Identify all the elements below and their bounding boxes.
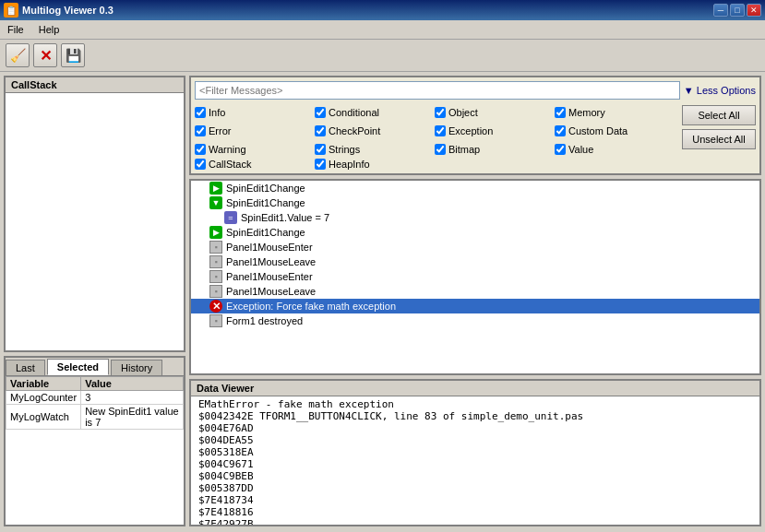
filter-input[interactable] [195, 81, 680, 100]
cb-bitmap[interactable] [435, 144, 446, 155]
menu-file[interactable]: File [4, 22, 28, 37]
label-cb-info: Info [209, 107, 225, 118]
log-icon: ▶ [209, 182, 222, 195]
log-icon: ▪ [209, 255, 222, 268]
log-icon: ▼ [209, 196, 222, 209]
cb-heapinfo[interactable] [315, 159, 326, 170]
log-item[interactable]: ▼SpinEdit1Change [191, 195, 759, 210]
select-all-button[interactable]: Select All [682, 105, 756, 125]
close-button[interactable]: ✕ [747, 4, 761, 17]
tab-last[interactable]: Last [6, 360, 45, 375]
checkbox-item-cb-memory: Memory [555, 103, 675, 122]
callstack-panel: CallStack [4, 76, 185, 352]
less-options-button[interactable]: ▼ Less Options [684, 85, 756, 96]
log-text: Panel1MouseLeave [226, 256, 316, 267]
filter-area: ▼ Less Options InfoConditionalObjectMemo… [189, 76, 761, 175]
checkbox-item-cb-strings: Strings [315, 140, 435, 159]
callstack-content [6, 93, 184, 350]
broom-button[interactable]: 🧹 [6, 43, 30, 67]
label-cb-memory: Memory [568, 107, 605, 118]
data-line: $004C9BEB [197, 470, 754, 482]
log-icon: = [224, 211, 237, 224]
cb-strings[interactable] [315, 144, 326, 155]
cb-exception[interactable] [435, 125, 446, 136]
log-icon: ✕ [209, 300, 222, 313]
label-cb-customdata: Custom Data [568, 125, 628, 136]
log-text: SpinEdit1Change [226, 227, 305, 238]
label-cb-exception: Exception [448, 125, 493, 136]
variable-name: MyLogCounter [6, 391, 81, 405]
col-value: Value [81, 377, 184, 391]
checkbox-item-cb-customdata: Custom Data [555, 122, 675, 140]
data-line: $7E418734 [197, 494, 754, 506]
log-item[interactable]: ▪Panel1MouseEnter [191, 240, 759, 254]
cb-conditional[interactable] [315, 107, 326, 118]
menu-help[interactable]: Help [35, 22, 64, 37]
main-container: CallStack Last Selected History Variable… [0, 72, 765, 530]
filter-top: ▼ Less Options [195, 81, 756, 100]
variable-value: 3 [81, 391, 184, 405]
unselect-all-button[interactable]: Unselect All [682, 129, 756, 149]
title-bar: 📋 Multilog Viewer 0.3 ─ □ ✕ [0, 0, 765, 20]
title-bar-controls: ─ □ ✕ [713, 4, 761, 17]
cb-callstack[interactable] [195, 159, 206, 170]
tabs-row: Last Selected History [6, 358, 184, 376]
checkbox-item-cb-warning: Warning [195, 140, 315, 159]
app-title: Multilog Viewer 0.3 [22, 5, 114, 16]
checkbox-item-cb-bitmap: Bitmap [435, 140, 555, 159]
right-panel: ▼ Less Options InfoConditionalObjectMemo… [189, 76, 761, 526]
data-line: $005387DD [197, 482, 754, 494]
data-viewer-header: Data Viewer [191, 381, 759, 396]
left-panel: CallStack Last Selected History Variable… [4, 76, 185, 526]
variable-name: MyLogWatch [6, 405, 81, 430]
label-cb-warning: Warning [209, 144, 246, 155]
log-item[interactable]: ▶SpinEdit1Change [191, 225, 759, 240]
log-text: Panel1MouseLeave [226, 286, 316, 297]
maximize-button[interactable]: □ [730, 4, 745, 17]
log-icon: ▪ [209, 285, 222, 298]
log-item[interactable]: ▪Panel1MouseLeave [191, 254, 759, 269]
cb-customdata[interactable] [555, 125, 566, 136]
log-icon: ▪ [209, 241, 222, 254]
title-bar-left: 📋 Multilog Viewer 0.3 [4, 3, 114, 18]
label-cb-heapinfo: HeapInfo [329, 159, 370, 170]
data-line: $004E76AD [197, 422, 754, 434]
data-line: $004C9671 [197, 458, 754, 470]
checkbox-item-cb-callstack: CallStack [195, 159, 315, 170]
cb-value[interactable] [555, 144, 566, 155]
stop-button[interactable]: ✕ [33, 43, 57, 67]
table-row: MyLogCounter3 [6, 391, 184, 405]
label-cb-strings: Strings [329, 144, 360, 155]
cb-warning[interactable] [195, 144, 206, 155]
cb-object[interactable] [435, 107, 446, 118]
data-viewer-content: EMathError - fake math exception $004234… [191, 396, 759, 525]
log-icon: ▶ [209, 226, 222, 239]
log-item[interactable]: ▪Form1 destroyed [191, 313, 759, 328]
save-button[interactable]: 💾 [61, 43, 85, 67]
label-cb-object: Object [448, 107, 478, 118]
log-panel[interactable]: ▶SpinEdit1Change▼SpinEdit1Change=SpinEdi… [189, 179, 761, 375]
log-item[interactable]: ✕Exception: Force fake math exception [191, 299, 759, 313]
data-line: $005318EA [197, 446, 754, 458]
cb-error[interactable] [195, 125, 206, 136]
checkbox-item-cb-object: Object [435, 103, 555, 122]
checkbox-item-cb-value: Value [555, 140, 675, 159]
log-text: Panel1MouseEnter [226, 242, 313, 253]
log-item[interactable]: =SpinEdit1.Value = 7 [191, 210, 759, 225]
log-item[interactable]: ▪Panel1MouseEnter [191, 269, 759, 284]
log-item[interactable]: ▶SpinEdit1Change [191, 181, 759, 195]
tab-selected[interactable]: Selected [47, 359, 109, 375]
cb-info[interactable] [195, 107, 206, 118]
cb-memory[interactable] [555, 107, 566, 118]
log-item[interactable]: ▪Panel1MouseLeave [191, 284, 759, 299]
log-text: SpinEdit1.Value = 7 [241, 212, 329, 223]
checkbox-item-cb-info: Info [195, 103, 315, 122]
tab-history[interactable]: History [111, 360, 162, 375]
menu-bar: File Help [0, 20, 765, 40]
label-cb-value: Value [568, 144, 593, 155]
cb-checkpoint[interactable] [315, 125, 326, 136]
table-row: MyLogWatchNew SpinEdit1 value is 7 [6, 405, 184, 430]
checkbox-item-cb-conditional: Conditional [315, 103, 435, 122]
data-line: $7E42927B [197, 518, 754, 525]
minimize-button[interactable]: ─ [713, 4, 728, 17]
